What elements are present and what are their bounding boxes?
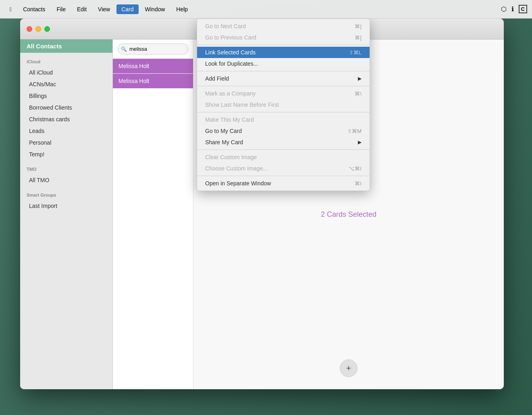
menu-go-to-next-card[interactable]: Go to Next Card ⌘] (197, 21, 370, 32)
submenu-arrow-icon: ▶ (358, 139, 362, 145)
menu-add-field[interactable]: Add Field ▶ (197, 73, 370, 84)
menu-clear-custom-image[interactable]: Clear Custom Image (197, 151, 370, 163)
menu-item-label: Open in Separate Window (205, 180, 271, 187)
menu-section-link: Link Selected Cards ⇧⌘L Look for Duplica… (197, 45, 370, 71)
menu-item-label: Mark as a Company (205, 90, 256, 97)
menu-item-label: Show Last Name Before First (205, 102, 279, 108)
menu-section-mark: Mark as a Company ⌘\ Show Last Name Befo… (197, 86, 370, 112)
menu-item-label: Add Field (205, 75, 229, 82)
menu-item-label: Look for Duplicates... (205, 60, 258, 67)
menu-link-selected-cards[interactable]: Link Selected Cards ⇧⌘L (197, 47, 370, 58)
info-icon[interactable]: ℹ (511, 5, 514, 13)
menu-share-my-card[interactable]: Share My Card ▶ (197, 137, 370, 148)
menu-make-this-my-card[interactable]: Make This My Card (197, 114, 370, 125)
card-dropdown-menu: Go to Next Card ⌘] Go to Previous Card ⌘… (197, 19, 370, 191)
menu-item-shortcut: ⌥⌘I (349, 166, 362, 172)
menu-card[interactable]: Card (116, 4, 138, 14)
menu-item-label: Go to Previous Card (205, 34, 256, 41)
menu-item-shortcut: ⌘] (355, 23, 362, 29)
menu-item-label: Go to Next Card (205, 23, 246, 29)
dropbox-icon[interactable]: ⬡ (501, 5, 507, 13)
menu-item-shortcut: ⌘[ (355, 35, 362, 41)
menu-mark-as-company[interactable]: Mark as a Company ⌘\ (197, 88, 370, 99)
menu-section-open-separate: Open in Separate Window ⌘I (197, 176, 370, 191)
menu-item-label: Go to My Card (205, 128, 242, 134)
menu-go-to-my-card[interactable]: Go to My Card ⇧⌘M (197, 125, 370, 137)
menu-edit[interactable]: Edit (72, 4, 91, 14)
menu-show-last-name-before-first[interactable]: Show Last Name Before First (197, 99, 370, 110)
menu-look-for-duplicates[interactable]: Look for Duplicates... (197, 58, 370, 69)
menu-item-label: Clear Custom Image (205, 154, 257, 160)
menu-choose-custom-image[interactable]: Choose Custom Image... ⌥⌘I (197, 163, 370, 174)
clipboard-icon[interactable]: C (519, 5, 527, 13)
submenu-arrow-icon: ▶ (358, 76, 362, 81)
menu-help[interactable]: Help (171, 4, 193, 14)
menu-item-label: Make This My Card (205, 116, 254, 123)
menu-right-icons: ⬡ ℹ C (501, 5, 527, 13)
menu-item-shortcut: ⇧⌘L (349, 50, 362, 56)
dropdown-overlay: Go to Next Card ⌘] Go to Previous Card ⌘… (0, 19, 532, 415)
menu-open-in-separate-window[interactable]: Open in Separate Window ⌘I (197, 178, 370, 189)
menu-section-custom-image: Clear Custom Image Choose Custom Image..… (197, 150, 370, 176)
menu-file[interactable]: File (52, 4, 71, 14)
menu-item-shortcut: ⌘\ (355, 91, 362, 97)
menu-item-label: Link Selected Cards (205, 49, 256, 56)
menu-section-add-field: Add Field ▶ (197, 71, 370, 86)
menu-item-shortcut: ⇧⌘M (347, 128, 362, 134)
menu-section-navigation: Go to Next Card ⌘] Go to Previous Card ⌘… (197, 19, 370, 45)
menu-contacts[interactable]: Contacts (18, 4, 50, 14)
menu-item-label: Share My Card (205, 139, 243, 145)
menu-go-to-previous-card[interactable]: Go to Previous Card ⌘[ (197, 32, 370, 43)
menu-item-shortcut: ⌘I (355, 181, 362, 187)
menu-item-label: Choose Custom Image... (205, 165, 268, 172)
menu-bar:  Contacts File Edit View Card Window He… (0, 0, 532, 19)
menu-section-my-card: Make This My Card Go to My Card ⇧⌘M Shar… (197, 112, 370, 150)
menu-window[interactable]: Window (140, 4, 170, 14)
apple-menu[interactable]:  (5, 4, 17, 14)
menu-view[interactable]: View (93, 4, 115, 14)
